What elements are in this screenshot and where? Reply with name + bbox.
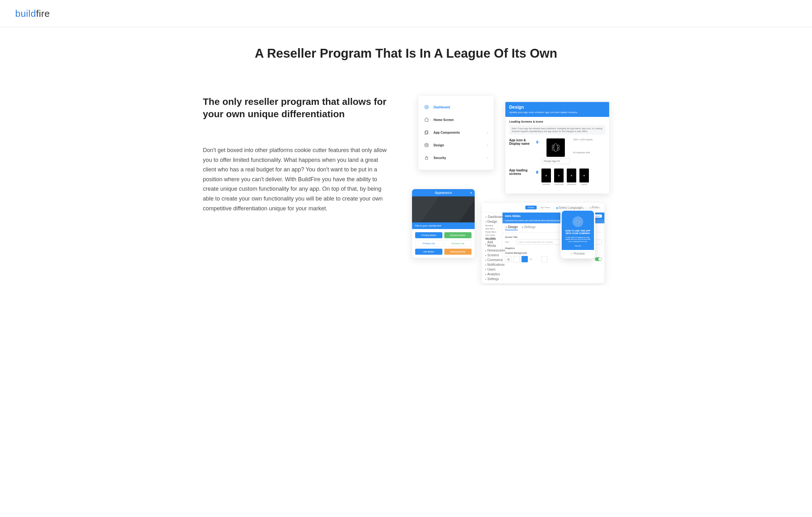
page-title: A Reseller Program That Is In A League O…: [203, 46, 609, 60]
mini-skip-link[interactable]: Skip all: [564, 245, 591, 247]
tab-label: Settings: [524, 225, 535, 229]
side-label: Add Media: [487, 240, 500, 247]
svg-rect-3: [425, 132, 428, 134]
side-design[interactable]: ▾ Design: [484, 219, 500, 224]
site-header: buildfire: [0, 0, 812, 27]
svg-point-1: [426, 106, 427, 108]
help-icon[interactable]: ?: [536, 141, 538, 143]
side-label: Analytics: [487, 272, 500, 276]
section-subheading: The only reseller program that allows fo…: [203, 96, 405, 120]
thumb[interactable]: +640x960: [542, 168, 551, 185]
phone-overlay-text: This is your overlay text: [412, 222, 475, 229]
row-loading-screens: App loading screens ? +640x960 +1242x220…: [509, 168, 605, 185]
nav-label: Home Screen: [434, 118, 454, 121]
mock-appearance-phone: Appearance ≡ This is your overlay text P…: [412, 189, 475, 258]
info-button[interactable]: Info Button: [415, 249, 442, 255]
brand-part1: build: [15, 8, 36, 19]
thumb-caption: 1242x2208: [554, 184, 563, 185]
side-screens[interactable]: ▸ Screens: [484, 253, 500, 257]
preview-label: Preview: [573, 252, 585, 255]
nav-item-design[interactable]: Design ›: [424, 139, 488, 152]
row-label-text: App icon & Display name: [509, 138, 535, 145]
tab-settings[interactable]: ⚙ Settings: [522, 225, 535, 230]
thumb[interactable]: +1536x2048: [567, 168, 576, 185]
thumb[interactable]: +1600x2: [579, 168, 589, 185]
side-label: Users: [487, 268, 496, 271]
success-link[interactable]: Success Link: [444, 240, 471, 247]
chevron-right-icon: ›: [487, 143, 488, 147]
graphic-slot[interactable]: [541, 256, 547, 262]
svg-point-5: [426, 144, 426, 145]
brand-logo[interactable]: buildfire: [15, 8, 50, 19]
svg-rect-2: [426, 131, 428, 133]
nav-label: Security: [434, 156, 446, 160]
svg-point-0: [425, 105, 429, 109]
side-sub-selected[interactable]: Intro Slides: [484, 237, 500, 240]
side-commerce[interactable]: ▸ Commerce: [484, 257, 500, 262]
home-icon: [424, 117, 429, 122]
nav-item-dashboard[interactable]: Dashboard: [424, 101, 488, 113]
chevron-right-icon: ›: [487, 131, 488, 134]
display-name-input[interactable]: Design App #1: [542, 158, 570, 164]
dash-hero-title: Intro Slides: [505, 215, 521, 218]
lock-icon: [424, 155, 429, 160]
tab-design[interactable]: ▢ Design: [505, 225, 518, 230]
hamburger-icon[interactable]: ≡: [470, 191, 472, 194]
success-button[interactable]: Success Button: [444, 232, 471, 238]
side-home[interactable]: ▸ Homescreen: [484, 248, 500, 253]
row-label: App loading screens ?: [509, 168, 538, 175]
components-icon: [424, 130, 429, 135]
side-dashboard[interactable]: ◻ Dashboard: [484, 215, 500, 219]
side-label: Notifications: [487, 263, 504, 266]
side-analytics[interactable]: ▸ Analytics: [484, 272, 500, 277]
nav-item-home[interactable]: Home Screen: [424, 113, 488, 126]
row-app-icon: App icon & Display name ? Design App #1 …: [509, 138, 605, 164]
two-column-layout: The only reseller program that allows fo…: [203, 96, 609, 273]
brand-part2: fire: [36, 8, 50, 19]
help-icon[interactable]: ?: [536, 171, 538, 173]
theme-chip[interactable]: App Theme: [539, 206, 552, 209]
thumb[interactable]: +1242x2208: [554, 168, 563, 185]
primary-button[interactable]: Primary Button: [415, 232, 442, 238]
panel-section-title: Loading Screens & Icons: [509, 120, 605, 123]
section-body: Don't get boxed into other platforms coo…: [203, 145, 393, 213]
warning-button[interactable]: Warning Button: [444, 249, 471, 255]
thumb-caption: 640x960: [542, 184, 551, 185]
row-label-text: App loading screens: [509, 168, 535, 175]
side-users[interactable]: ▸ Users: [484, 267, 500, 272]
graphic-slot[interactable]: [513, 256, 520, 262]
side-sub[interactable]: Side Menu: [484, 227, 500, 230]
nav-item-components[interactable]: App Components ›: [424, 126, 488, 139]
side-label: Settings: [487, 277, 499, 281]
side-addmedia[interactable]: ▸ Add Media: [484, 240, 500, 248]
svg-rect-9: [425, 158, 428, 159]
toggle-switch[interactable]: [595, 257, 602, 261]
chevron-right-icon: ›: [487, 156, 488, 160]
dash-sidebar: ◻ Dashboard ▾ Design Branding Side Menu …: [482, 213, 502, 283]
side-settings[interactable]: ▸ Settings: [484, 277, 500, 281]
graphic-slot[interactable]: ▦: [505, 256, 511, 262]
side-sub[interactable]: Branding: [484, 224, 500, 227]
mini-footer: Preview: [562, 250, 594, 257]
char-limit-note: 40 character limit: [573, 152, 593, 154]
graphic-slot-selected[interactable]: [522, 256, 528, 262]
mini-icon-circle: [573, 216, 583, 227]
dot-icon: [571, 253, 572, 254]
nav-item-security[interactable]: Security ›: [424, 152, 488, 164]
side-notif[interactable]: ▸ Notifications: [484, 262, 500, 267]
primary-link[interactable]: Primary Link: [415, 240, 442, 247]
mock-sidebar-card: Dashboard Home Screen App Components › D…: [418, 96, 494, 170]
phone-title: Appearance: [435, 191, 452, 194]
plan-label: Free: [592, 206, 599, 209]
side-sub[interactable]: Intro Cards: [484, 234, 500, 237]
app-icon-preview[interactable]: [547, 138, 565, 157]
phone-titlebar: Appearance ≡: [412, 189, 475, 196]
side-sub[interactable]: Footer Menu: [484, 230, 500, 234]
page: A Reseller Program That Is In A League O…: [187, 27, 625, 285]
svg-point-4: [425, 143, 429, 147]
publish-button[interactable]: Publish: [525, 206, 537, 209]
thumb-caption: 1536x2048: [567, 184, 576, 185]
svg-point-12: [554, 143, 558, 152]
svg-point-8: [427, 145, 428, 146]
side-label: Dashboard: [488, 215, 503, 219]
